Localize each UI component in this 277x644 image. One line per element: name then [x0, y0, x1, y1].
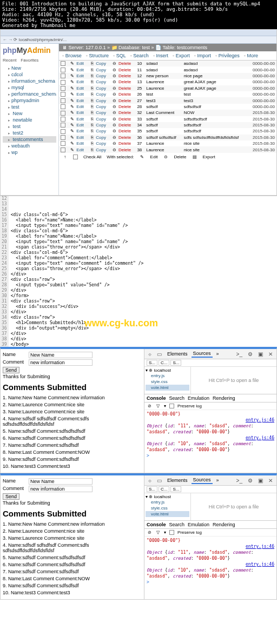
row-delete[interactable]: Delete: [118, 92, 131, 97]
row-delete[interactable]: Delete: [118, 73, 131, 78]
preserve-log-checkbox[interactable]: [169, 404, 174, 408]
row-edit[interactable]: Edit: [76, 68, 84, 72]
row-copy[interactable]: Copy: [96, 104, 106, 109]
file-tree-root[interactable]: ▾ ⊕ localhost: [146, 494, 189, 499]
row-edit[interactable]: Edit: [76, 86, 84, 91]
toolbar-export[interactable]: Export: [173, 53, 190, 58]
clear-icon[interactable]: ⊘: [147, 530, 152, 535]
row-copy[interactable]: Copy: [96, 61, 106, 66]
row-edit[interactable]: Edit: [76, 104, 84, 109]
code-line[interactable]: <div class="col-md-6">: [11, 212, 275, 218]
row-checkbox[interactable]: [61, 147, 65, 152]
code-line[interactable]: <input type="submit" value="Send" />: [11, 283, 275, 288]
frame-select[interactable]: ▾: [164, 404, 166, 408]
frame-select[interactable]: ▾: [164, 530, 166, 535]
toolbar-insert[interactable]: Insert: [153, 53, 168, 58]
row-edit[interactable]: Edit: [76, 79, 84, 84]
db-tree-item[interactable]: information_schema: [3, 78, 56, 84]
device-icon[interactable]: ▭: [155, 351, 163, 358]
console-tab[interactable]: Search: [169, 522, 185, 527]
code-line[interactable]: </div>: [11, 331, 275, 337]
row-checkbox[interactable]: [61, 135, 65, 140]
file-item[interactable]: style.css: [146, 379, 189, 385]
db-tree-item[interactable]: cdcol: [3, 71, 56, 78]
row-delete[interactable]: Delete: [118, 141, 131, 146]
code-line[interactable]: </div>: [11, 288, 275, 293]
browser-address-bar[interactable]: ← → ⟳ localhost/phpmyadmin/...: [1, 36, 276, 44]
console-tab[interactable]: Console: [147, 522, 166, 527]
console-prompt[interactable]: >: [147, 579, 274, 585]
row-copy[interactable]: Copy: [96, 73, 106, 78]
console-tab[interactable]: Emulation: [188, 395, 209, 401]
dt-subtab[interactable]: C...: [159, 360, 169, 366]
console-source-link[interactable]: entry.js:46: [147, 544, 274, 549]
row-copy[interactable]: Copy: [96, 123, 106, 128]
db-tree-item[interactable]: newtable: [3, 117, 56, 123]
file-item[interactable]: entry.js: [146, 499, 189, 505]
preserve-log-checkbox[interactable]: [169, 530, 174, 535]
row-checkbox[interactable]: [61, 68, 65, 72]
code-area[interactable]: www.cg-ku.com <div class="col-md-6"> <la…: [9, 196, 277, 347]
comment-input[interactable]: [29, 359, 93, 366]
send-button[interactable]: Send: [3, 493, 19, 500]
clear-icon[interactable]: ⊘: [147, 404, 152, 408]
row-delete[interactable]: Delete: [118, 110, 131, 115]
inspect-icon[interactable]: ⟐: [147, 477, 153, 484]
row-checkbox[interactable]: [61, 92, 65, 97]
checkall-checkbox[interactable]: [73, 155, 78, 159]
code-line[interactable]: <label for="name">Name:</label>: [11, 218, 275, 223]
close-icon[interactable]: ✕: [267, 477, 274, 484]
file-item[interactable]: style.css: [146, 505, 189, 511]
inspect-icon[interactable]: ⟐: [147, 351, 153, 358]
row-checkbox[interactable]: [61, 141, 65, 146]
row-checkbox[interactable]: [61, 86, 65, 91]
row-checkbox[interactable]: [61, 117, 65, 122]
toolbar-privileges[interactable]: Privileges: [215, 53, 240, 58]
row-checkbox[interactable]: [61, 73, 65, 78]
code-editor[interactable]: 1213141516171819202122232425262728293031…: [0, 196, 277, 347]
row-checkbox[interactable]: [61, 98, 65, 103]
toolbar-import[interactable]: Import: [194, 53, 211, 58]
row-checkbox[interactable]: [61, 80, 65, 85]
filter-icon[interactable]: ▽: [155, 404, 161, 408]
dt-subtab[interactable]: C...: [159, 486, 169, 492]
code-line[interactable]: <div class="row">: [11, 277, 275, 283]
toolbar-sql[interactable]: SQL: [113, 53, 126, 58]
db-tree-item[interactable]: webauth: [3, 143, 56, 149]
code-line[interactable]: <input type="text" name="name" id="name"…: [11, 239, 275, 245]
file-item-selected[interactable]: vote.html: [146, 511, 189, 517]
code-line[interactable]: <label for="name">Name:</label>: [11, 234, 275, 239]
db-tree-item-selected[interactable]: testcomments: [3, 136, 56, 143]
code-line[interactable]: <div class="col-md-6">: [11, 229, 275, 234]
db-tree-item[interactable]: phpmyadmin: [3, 97, 56, 104]
row-copy[interactable]: Copy: [96, 117, 106, 122]
dt-tab-more[interactable]: »: [215, 351, 221, 357]
row-copy[interactable]: Copy: [96, 110, 106, 115]
pma-tab-favorites[interactable]: Favorites: [21, 58, 38, 63]
row-copy[interactable]: Copy: [96, 92, 106, 97]
row-edit[interactable]: Edit: [76, 92, 84, 97]
row-delete[interactable]: Delete: [118, 79, 131, 84]
row-checkbox[interactable]: [61, 111, 65, 116]
row-edit[interactable]: Edit: [76, 98, 84, 103]
console-tab[interactable]: Rendering: [213, 522, 235, 527]
dt-subtab[interactable]: S...: [147, 360, 157, 366]
code-line[interactable]: <span class="throw_error"></span> </div>: [11, 266, 275, 272]
code-line[interactable]: </form>: [11, 293, 275, 299]
code-line[interactable]: <input type="text" name="name" id="name"…: [11, 223, 275, 229]
dock-icon[interactable]: ▣: [256, 351, 265, 358]
name-input[interactable]: [29, 478, 93, 485]
row-copy[interactable]: Copy: [96, 129, 106, 133]
console-source-link[interactable]: entry.js:46: [147, 417, 274, 423]
db-tree-item[interactable]: test: [3, 123, 56, 130]
console-tab[interactable]: Search: [169, 395, 185, 401]
file-item[interactable]: entry.js: [146, 373, 189, 379]
row-copy[interactable]: Copy: [96, 68, 106, 72]
checkall-label[interactable]: Check All: [83, 155, 101, 159]
row-delete[interactable]: Delete: [118, 117, 131, 122]
row-delete[interactable]: Delete: [118, 123, 131, 128]
send-button[interactable]: Send: [3, 367, 19, 373]
row-delete[interactable]: Delete: [118, 104, 131, 109]
dt-subtab[interactable]: S...: [170, 486, 181, 492]
code-line[interactable]: <div id="success"></div>: [11, 304, 275, 310]
